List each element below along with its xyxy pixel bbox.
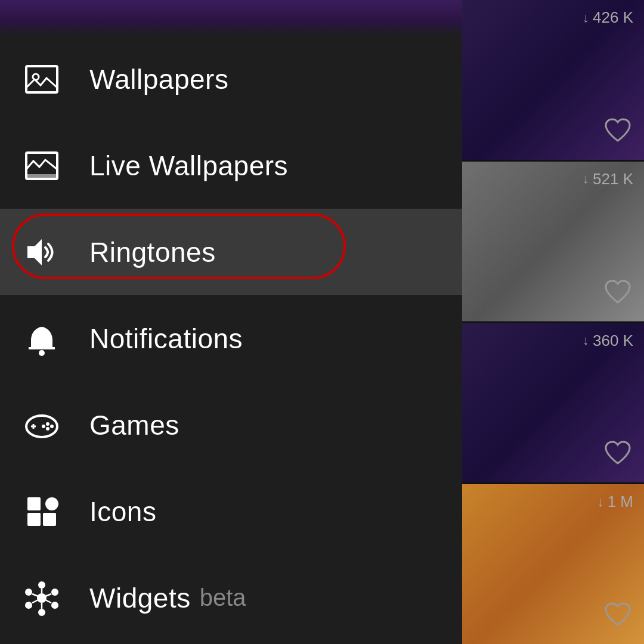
svg-point-11 [46, 427, 49, 431]
svg-line-29 [32, 594, 38, 596]
svg-point-23 [25, 589, 32, 596]
svg-line-25 [45, 594, 51, 596]
sidebar-item-widgets[interactable]: Widgets beta [0, 555, 462, 641]
download-count-1: ↓ 426 K [583, 8, 633, 27]
live-wallpapers-label: Live Wallpapers [89, 150, 288, 182]
svg-point-5 [39, 350, 45, 356]
notification-icon [24, 321, 72, 357]
svg-point-17 [37, 593, 47, 603]
ringtones-label: Ringtones [89, 236, 216, 268]
svg-point-12 [42, 425, 45, 428]
svg-point-9 [46, 422, 49, 426]
games-icon [24, 407, 72, 443]
svg-rect-15 [27, 513, 41, 526]
svg-rect-16 [43, 513, 56, 526]
sidebar-item-icons[interactable]: Icons [0, 468, 462, 555]
content-card-2[interactable]: ↓ 521 K [462, 162, 644, 321]
widgets-label: Widgets [89, 582, 191, 614]
svg-rect-13 [27, 497, 41, 510]
sidebar-item-ringtones[interactable]: Ringtones [0, 209, 462, 295]
live-wallpaper-icon [24, 148, 72, 184]
widgets-beta-badge: beta [200, 584, 246, 611]
svg-rect-3 [26, 174, 57, 179]
download-arrow-1: ↓ [583, 10, 589, 26]
download-arrow-4: ↓ [597, 494, 604, 510]
content-panel: ↓ 426 K ↓ 521 K [462, 0, 644, 644]
download-arrow-3: ↓ [583, 333, 589, 348]
heart-icon-1[interactable] [602, 116, 633, 149]
sidebar-item-games[interactable]: Games [0, 382, 462, 468]
icons-label: Icons [89, 496, 156, 528]
icons-menu-icon [24, 494, 72, 530]
svg-point-21 [38, 609, 45, 616]
content-card-4[interactable]: ↓ 1 M [462, 484, 644, 644]
games-label: Games [89, 409, 179, 441]
heart-icon-3[interactable] [602, 438, 633, 472]
wallpapers-label: Wallpapers [89, 63, 228, 95]
svg-point-19 [51, 589, 58, 596]
heart-icon-4[interactable] [602, 600, 633, 633]
sidebar-item-live-wallpapers[interactable]: Live Wallpapers [0, 122, 462, 209]
svg-point-18 [38, 581, 45, 589]
content-card-1[interactable]: ↓ 426 K [462, 0, 644, 160]
menu-top-background [0, 0, 462, 36]
svg-point-14 [45, 497, 58, 510]
download-count-4: ↓ 1 M [597, 493, 633, 511]
svg-point-10 [50, 425, 54, 428]
svg-point-20 [51, 602, 58, 609]
download-count-3: ↓ 360 K [583, 332, 633, 350]
svg-marker-4 [27, 239, 42, 265]
content-card-3[interactable]: ↓ 360 K [462, 323, 644, 483]
app-layout: Wallpapers Live Wallpapers [0, 0, 644, 644]
svg-line-28 [32, 600, 38, 603]
widgets-icon [24, 580, 72, 616]
download-count-2: ↓ 521 K [583, 170, 633, 188]
svg-point-22 [25, 602, 32, 609]
ringtone-icon [24, 234, 72, 270]
download-arrow-2: ↓ [583, 171, 589, 187]
menu-panel: Wallpapers Live Wallpapers [0, 0, 462, 644]
svg-rect-0 [26, 66, 57, 92]
heart-icon-2[interactable] [602, 277, 633, 311]
svg-line-26 [45, 600, 51, 603]
menu-items-list: Wallpapers Live Wallpapers [0, 36, 462, 644]
notifications-label: Notifications [89, 323, 243, 355]
sidebar-item-notifications[interactable]: Notifications [0, 295, 462, 382]
sidebar-item-wallpapers[interactable]: Wallpapers [0, 36, 462, 122]
wallpaper-icon [24, 61, 72, 97]
